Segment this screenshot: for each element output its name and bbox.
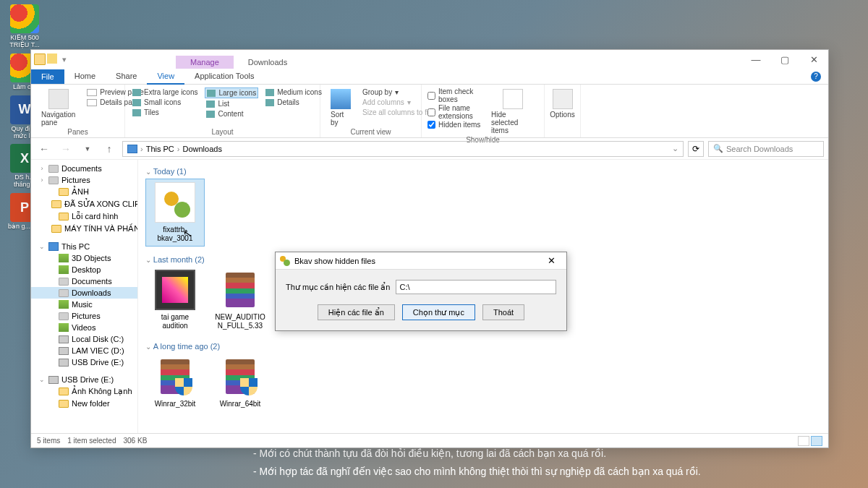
layout-tiles[interactable]: Tiles [131, 108, 199, 117]
file-item[interactable]: Winrar_32bit [145, 354, 205, 411]
explorer-window: ▾ — ▢ ✕ Manage Downloads File HomeShareV… [30, 49, 829, 448]
dialog-title: Bkav show hidden files [294, 257, 375, 265]
context-label-downloads: Downloads [234, 56, 302, 69]
tree-item[interactable]: Music [31, 299, 137, 310]
layout-extra-large[interactable]: Extra large icons [131, 87, 199, 97]
tree-item[interactable]: ẢNH [31, 186, 137, 198]
view-large-icon[interactable] [811, 436, 822, 446]
hidden-items-toggle[interactable]: Hidden items [427, 121, 481, 129]
tree-item[interactable]: New folder [31, 398, 137, 409]
tree-item[interactable]: Pictures [31, 310, 137, 322]
tree-item[interactable]: Downloads [31, 287, 137, 299]
ribbon-tab-home[interactable]: Home [64, 69, 106, 85]
group-header[interactable]: Today (1) [145, 164, 821, 179]
context-tab-manage[interactable]: Manage [176, 56, 234, 69]
back-button[interactable]: ← [35, 140, 53, 158]
tree-item[interactable]: ĐÃ SỬA XONG CLIP CH [31, 198, 137, 210]
ribbon-tab-share[interactable]: Share [106, 69, 147, 85]
options-button[interactable]: Options [550, 87, 574, 120]
status-bar: 5 items 1 item selected 306 KB [31, 433, 828, 448]
file-item[interactable]: tai game audition [145, 267, 205, 333]
refresh-button[interactable]: ⟳ [688, 141, 704, 157]
recent-button[interactable]: ▼ [79, 140, 96, 158]
tree-item[interactable]: Lỗi card hình [31, 210, 137, 223]
sort-by-button[interactable]: Sort by [326, 87, 355, 128]
file-tab[interactable]: File [31, 69, 64, 84]
desktop-shortcut[interactable]: KIẾM 500 TRIỆU T... [4, 4, 45, 49]
exit-button[interactable]: Thoát [482, 304, 524, 320]
file-extensions-toggle[interactable]: File name extensions [427, 104, 481, 120]
layout-details[interactable]: Details [264, 98, 323, 107]
tree-item[interactable]: LAM VIEC (D:) [31, 345, 137, 356]
tree-item[interactable]: USB Drive (E:) [31, 356, 137, 368]
ribbon-tab-application-tools[interactable]: Application Tools [184, 69, 264, 85]
choose-folder-button[interactable]: Chọn thư mục [402, 304, 475, 320]
tree-item[interactable]: Videos [31, 322, 137, 333]
dialog-label: Thư mục cần hiện các file ẩn [286, 283, 390, 292]
help-icon[interactable]: ? [811, 72, 821, 82]
address-bar: ← → ▼ ↑ › This PC › Downloads ⌄ ⟳ 🔍 Sear… [31, 138, 828, 160]
tree-item[interactable]: Desktop [31, 264, 137, 275]
tree-item[interactable]: Documents [31, 275, 137, 287]
pc-icon [127, 145, 137, 153]
bkav-icon [280, 256, 290, 266]
hide-selected-button[interactable]: Hide selected items [487, 87, 538, 136]
breadcrumb-dropdown-icon[interactable]: ⌄ [672, 144, 678, 153]
tree-item[interactable]: Ảnh Không Lạnh [31, 385, 137, 398]
up-button[interactable]: ↑ [101, 140, 118, 158]
navigation-pane-button[interactable]: Navigation pane [37, 87, 80, 128]
view-details-icon[interactable] [798, 436, 809, 446]
tree-item[interactable]: 3D Objects [31, 252, 137, 264]
tree-item[interactable]: ›Documents [31, 163, 137, 174]
layout-content[interactable]: Content [205, 109, 258, 119]
tree-item[interactable]: ⌄USB Drive (E:) [31, 374, 137, 385]
search-input[interactable]: 🔍 Search Downloads [708, 141, 824, 157]
search-icon: 🔍 [713, 144, 723, 153]
ribbon-tabs: File HomeShareViewApplication Tools ? [31, 69, 828, 85]
file-item[interactable]: Winrar_64bit [210, 354, 270, 411]
layout-list[interactable]: List [205, 99, 258, 108]
group-header[interactable]: A long time ago (2) [145, 339, 821, 354]
folder-path-input[interactable] [396, 280, 556, 294]
tree-item[interactable]: MÁY TÍNH VÀ PHẦN M [31, 223, 137, 235]
tree-item[interactable]: ›Pictures [31, 174, 137, 186]
forward-button[interactable]: → [57, 140, 75, 158]
item-check-boxes-toggle[interactable]: Item check boxes [427, 87, 481, 103]
dialog-close-button[interactable]: ✕ [540, 254, 562, 268]
dialog-titlebar: Bkav show hidden files ✕ [276, 252, 566, 270]
ribbon-tab-view[interactable]: View [147, 69, 184, 85]
file-item[interactable]: fixattrb-bkav_3001 [145, 179, 205, 247]
tree-item[interactable]: ⌄This PC [31, 241, 137, 252]
layout-large[interactable]: Large icons [205, 87, 258, 98]
file-item[interactable]: NEW_AUDITION_FULL_5.33 [210, 267, 270, 333]
bkav-dialog: Bkav show hidden files ✕ Thư mục cần hiệ… [275, 252, 567, 331]
layout-medium[interactable]: Medium icons [264, 87, 323, 97]
show-hidden-button[interactable]: Hiện các file ẩn [318, 304, 395, 320]
ribbon: Navigation pane Preview pane Details pan… [31, 85, 828, 138]
breadcrumb[interactable]: › This PC › Downloads ⌄ [122, 141, 684, 157]
layout-small[interactable]: Small icons [131, 98, 199, 107]
tree-item[interactable]: Local Disk (C:) [31, 333, 137, 345]
navigation-pane[interactable]: ›Documents›PicturesẢNHĐÃ SỬA XONG CLIP C… [31, 160, 138, 433]
